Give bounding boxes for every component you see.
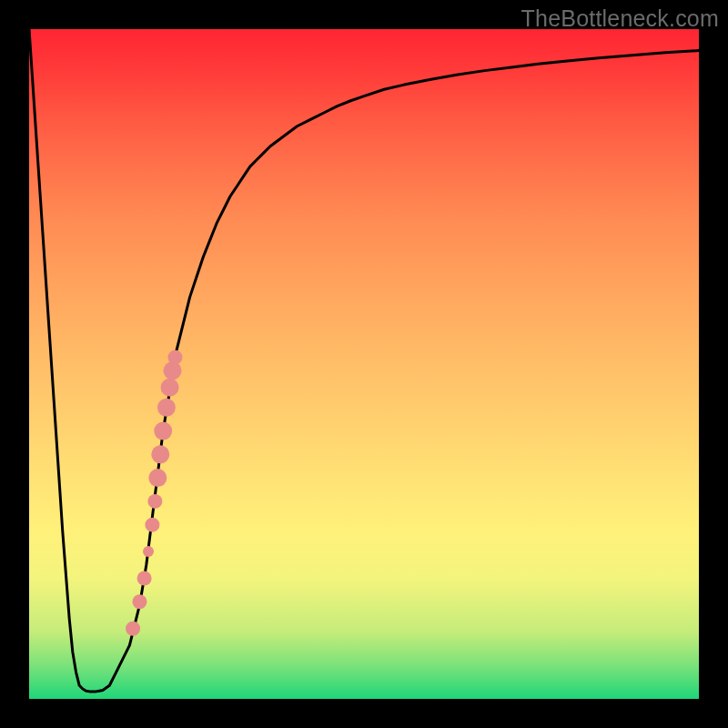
chart-frame: TheBottleneck.com (0, 0, 728, 728)
watermark-text: TheBottleneck.com (521, 5, 719, 32)
chart-gradient-background (29, 29, 699, 699)
